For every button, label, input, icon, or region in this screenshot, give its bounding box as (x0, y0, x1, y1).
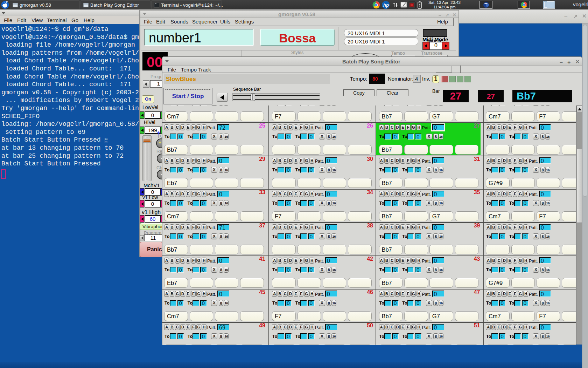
svg-text:hp: hp (383, 2, 389, 8)
